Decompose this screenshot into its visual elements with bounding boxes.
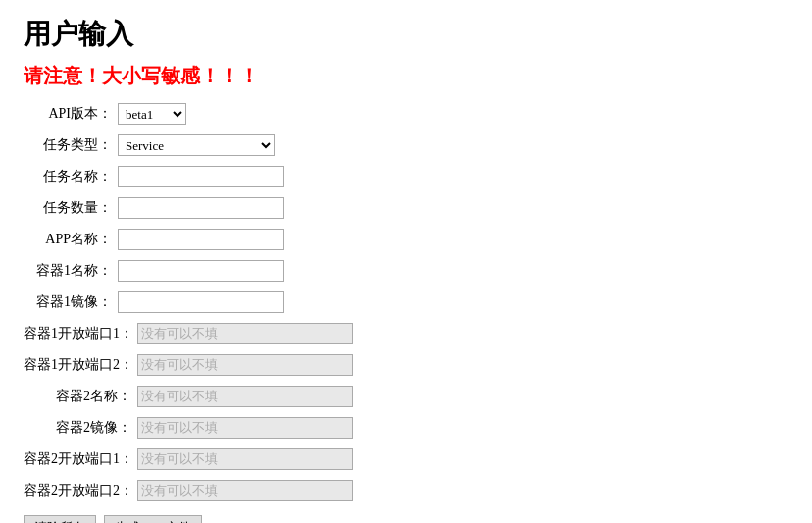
container1-image-row: 容器1镜像： [24, 291, 788, 313]
container2-image-label: 容器2镜像： [24, 419, 131, 437]
container1-port2-label: 容器1开放端口2： [24, 356, 131, 374]
container1-image-input[interactable] [118, 291, 284, 313]
container1-image-label: 容器1镜像： [24, 293, 112, 311]
task-count-input[interactable] [118, 197, 284, 219]
container2-port1-row: 容器2开放端口1： [24, 448, 788, 470]
api-version-row: API版本： beta1 beta2 v1 v2 [24, 103, 788, 125]
container2-image-input[interactable] [137, 417, 353, 439]
api-version-select[interactable]: beta1 beta2 v1 v2 [118, 103, 186, 125]
page-title: 用户输入 [24, 16, 788, 53]
app-name-row: APP名称： [24, 229, 788, 250]
generate-yaml-button[interactable]: 生成yaml文件 [104, 515, 202, 523]
action-buttons: 清除所有 生成yaml文件 [24, 515, 788, 523]
container2-name-row: 容器2名称： [24, 386, 788, 407]
container1-port1-row: 容器1开放端口1： [24, 323, 788, 344]
clear-all-button[interactable]: 清除所有 [24, 515, 96, 523]
task-name-input[interactable] [118, 166, 284, 187]
task-count-row: 任务数量： [24, 197, 788, 219]
container1-port1-input[interactable] [137, 323, 353, 344]
task-type-row: 任务类型： Service Deployment DaemonSet Job [24, 134, 788, 156]
task-type-label: 任务类型： [24, 136, 112, 154]
container1-port1-label: 容器1开放端口1： [24, 325, 131, 342]
container2-port2-label: 容器2开放端口2： [24, 482, 131, 499]
container2-port1-input[interactable] [137, 448, 353, 470]
api-version-label: API版本： [24, 105, 112, 123]
container1-name-label: 容器1名称： [24, 262, 112, 280]
container1-name-input[interactable] [118, 260, 284, 282]
task-name-row: 任务名称： [24, 166, 788, 187]
container2-name-input[interactable] [137, 386, 353, 407]
app-name-label: APP名称： [24, 231, 112, 248]
container2-image-row: 容器2镜像： [24, 417, 788, 439]
app-name-input[interactable] [118, 229, 284, 250]
task-name-label: 任务名称： [24, 168, 112, 185]
task-count-label: 任务数量： [24, 199, 112, 217]
warning-text: 请注意！大小写敏感！！！ [24, 63, 788, 89]
container1-port2-row: 容器1开放端口2： [24, 354, 788, 376]
container2-name-label: 容器2名称： [24, 388, 131, 405]
container1-port2-input[interactable] [137, 354, 353, 376]
container2-port2-row: 容器2开放端口2： [24, 480, 788, 501]
container1-name-row: 容器1名称： [24, 260, 788, 282]
container2-port2-input[interactable] [137, 480, 353, 501]
task-type-select[interactable]: Service Deployment DaemonSet Job [118, 134, 275, 156]
container2-port1-label: 容器2开放端口1： [24, 450, 131, 468]
